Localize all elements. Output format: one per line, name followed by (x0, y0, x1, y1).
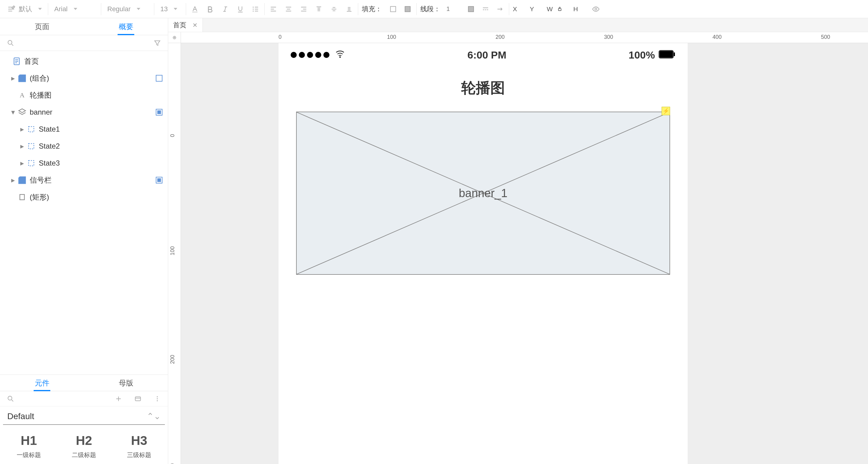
tab-pages[interactable]: 页面 (0, 18, 84, 35)
svg-point-1 (253, 6, 254, 7)
svg-rect-0 (192, 11, 197, 12)
outline-item-state3[interactable]: ▸ State3 (0, 155, 168, 172)
banner-label: banner_1 (297, 112, 670, 274)
line-width-value[interactable]: 1 (446, 5, 462, 12)
svg-point-2 (253, 8, 254, 9)
chevron-down-icon (174, 8, 177, 10)
close-icon[interactable]: ✕ (192, 22, 197, 29)
chevron-down-icon (74, 8, 77, 10)
font-weight-value: Regular (107, 5, 131, 13)
x-label[interactable]: X (513, 5, 517, 13)
chevron-down-icon (137, 8, 140, 10)
widget-library-select[interactable]: Default ⌃⌄ (3, 408, 165, 425)
line-color-swatch[interactable] (466, 4, 476, 14)
search-icon[interactable] (5, 394, 16, 404)
library-icon[interactable] (133, 394, 143, 404)
bullet-list-icon[interactable] (250, 4, 261, 14)
canvas-title[interactable]: 轮播图 (279, 78, 688, 98)
outline-search-input[interactable] (20, 38, 149, 48)
doc-tab-home[interactable]: 首页 ✕ (168, 18, 203, 32)
svg-rect-13 (29, 161, 34, 166)
lock-icon[interactable] (557, 5, 562, 13)
svg-point-9 (8, 40, 12, 44)
filter-icon[interactable] (152, 38, 162, 48)
svg-point-17 (157, 396, 158, 397)
device-frame[interactable]: 6:00 PM 100% 轮播图 banner_1 ⚡ (279, 43, 688, 464)
svg-point-19 (157, 400, 158, 401)
chevron-down-icon (38, 8, 42, 10)
line-style-icon[interactable] (480, 4, 491, 14)
canvas-area: 首页 ✕ ⊕ 0 100 200 300 400 500 0 100 200 3… (168, 18, 868, 464)
widget-library-value: Default (7, 411, 34, 421)
bold-icon[interactable] (205, 4, 215, 14)
outline-item-rectangle[interactable]: (矩形) (0, 188, 168, 206)
note-marker-icon[interactable] (156, 109, 162, 116)
outline-tree: 首页 ▸ (组合) A 轮播图 ▾ banner ▸ (0, 51, 168, 375)
svg-point-15 (8, 396, 12, 400)
status-battery-text: 100% (628, 49, 655, 61)
fill-color-swatch[interactable] (402, 4, 413, 14)
svg-rect-22 (674, 53, 675, 56)
italic-icon[interactable] (220, 4, 230, 14)
pages-outline-tabs: 页面 概要 (0, 18, 168, 35)
ruler-horizontal[interactable]: 0 100 200 300 400 500 (181, 32, 868, 43)
fill-label: 填充： (362, 4, 384, 13)
font-weight-select[interactable]: Regular (105, 5, 150, 13)
canvas-viewport[interactable]: 6:00 PM 100% 轮播图 banner_1 ⚡ (181, 43, 868, 464)
svg-rect-14 (20, 194, 25, 200)
align-bottom-icon[interactable] (344, 4, 354, 14)
w-label[interactable]: W (547, 5, 553, 13)
underline-icon[interactable] (235, 4, 246, 14)
outline-item-carousel[interactable]: A 轮播图 (0, 87, 168, 104)
add-library-icon[interactable] (113, 394, 124, 404)
interaction-badge-icon[interactable]: ⚡ (661, 107, 670, 115)
svg-rect-5 (405, 6, 410, 11)
style-manager-icon[interactable] (6, 4, 17, 14)
more-icon[interactable] (152, 394, 162, 404)
align-top-icon[interactable] (314, 4, 324, 14)
note-marker-icon[interactable] (156, 177, 162, 183)
svg-point-8 (595, 8, 597, 10)
h-label[interactable]: H (574, 5, 578, 13)
svg-rect-12 (29, 143, 34, 149)
outline-item-state2[interactable]: ▸ State2 (0, 138, 168, 155)
outline-item-signal-bar[interactable]: ▸ 信号栏 (0, 172, 168, 188)
banner-placeholder[interactable]: banner_1 ⚡ (296, 112, 670, 275)
outline-item-group[interactable]: ▸ (组合) (0, 70, 168, 87)
font-size-select[interactable]: 13 (158, 5, 182, 13)
tab-widgets[interactable]: 元件 (0, 375, 84, 391)
status-bar[interactable]: 6:00 PM 100% (279, 43, 688, 64)
visibility-icon[interactable] (591, 4, 601, 14)
wifi-icon (335, 49, 345, 61)
outline-item-state1[interactable]: ▸ State1 (0, 121, 168, 138)
ruler-origin-icon[interactable]: ⊕ (168, 32, 181, 43)
align-right-icon[interactable] (299, 4, 309, 14)
widget-h2[interactable]: H2 二级标题 (58, 433, 110, 459)
style-preset-value: 默认 (19, 4, 32, 13)
status-time: 6:00 PM (467, 49, 506, 61)
svg-point-20 (339, 56, 341, 58)
font-size-value: 13 (160, 5, 167, 13)
arrow-style-icon[interactable] (495, 4, 505, 14)
tab-masters[interactable]: 母版 (84, 375, 168, 391)
outline-item-banner[interactable]: ▾ banner (0, 104, 168, 121)
align-middle-icon[interactable] (329, 4, 339, 14)
ruler-vertical[interactable]: 0 100 200 300 (168, 43, 181, 464)
style-preset-select[interactable]: 默认 (17, 4, 44, 13)
search-icon[interactable] (5, 38, 16, 48)
widget-h1[interactable]: H1 一级标题 (3, 433, 55, 459)
align-center-icon[interactable] (283, 4, 294, 14)
fill-none-swatch[interactable] (388, 4, 398, 14)
align-left-icon[interactable] (268, 4, 279, 14)
widget-h3[interactable]: H3 三级标题 (113, 433, 165, 459)
note-marker-icon[interactable] (156, 75, 162, 82)
tab-outline[interactable]: 概要 (84, 18, 168, 35)
text-color-icon[interactable] (190, 4, 200, 14)
font-family-select[interactable]: Arial (52, 5, 97, 13)
outline-page-root[interactable]: 首页 (0, 53, 168, 70)
y-label[interactable]: Y (530, 5, 534, 13)
svg-point-3 (253, 10, 254, 11)
signal-icon (291, 52, 330, 58)
font-family-value: Arial (54, 5, 68, 13)
top-toolbar: 默认 Arial Regular 13 (0, 0, 868, 18)
